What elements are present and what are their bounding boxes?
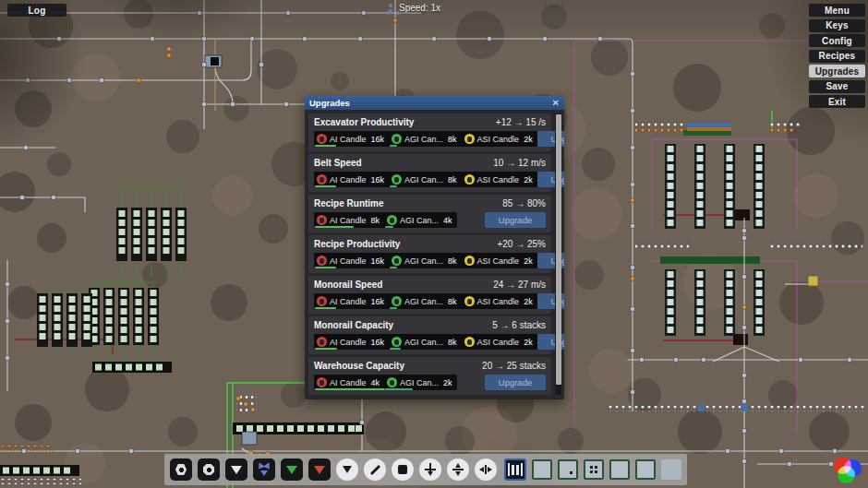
agi-candle-icon — [392, 296, 402, 306]
upgrade-button[interactable]: Upgrade — [485, 212, 546, 228]
ai-candle-icon — [317, 337, 327, 347]
cost-progress — [390, 145, 397, 147]
upgrade-row: Monorail Speed24 → 27 m/s AI Candle16k A… — [308, 276, 551, 314]
asi-candle-icon — [464, 256, 475, 266]
recipes-button[interactable]: Recipes — [809, 50, 865, 63]
green-triangle-icon[interactable] — [281, 458, 303, 481]
cost-item: AGI Can...4k — [384, 212, 457, 228]
agi-candle-icon — [387, 215, 397, 225]
cost-item: AGI Can...2k — [384, 375, 457, 390]
cost-bar: AI Candle16k AGI Can...8k ASI Candle2k — [314, 293, 537, 309]
octagon-node-icon[interactable] — [198, 458, 220, 481]
cost-item: ASI Candle2k — [462, 172, 537, 187]
upgrade-row: Monorail Capacity5 → 6 stacks AI Candle1… — [308, 316, 551, 354]
cost-item: AGI Can...8k — [389, 334, 462, 350]
cost-item: AI Candle4k — [314, 375, 384, 390]
keys-button[interactable]: Keys — [809, 19, 865, 32]
upgrade-button[interactable]: Upgrade — [485, 375, 546, 390]
upgrades-button[interactable]: Upgrades — [809, 65, 865, 77]
rgb-logo[interactable] — [832, 454, 865, 485]
cost-item: AGI Can...8k — [389, 131, 462, 147]
upgrade-name: Recipe Productivity — [314, 239, 400, 249]
blue-triangle-trio-icon[interactable] — [253, 458, 275, 481]
red-triangle-icon[interactable] — [308, 458, 331, 481]
cost-progress — [315, 185, 336, 187]
cost-item: AI Candle16k — [314, 131, 389, 147]
cost-progress — [315, 267, 336, 268]
cost-progress — [390, 348, 401, 350]
warehouse-tile3-icon[interactable] — [635, 459, 656, 480]
upgrade-row: Belt Speed10 → 12 m/s AI Candle16k AGI C… — [308, 154, 551, 192]
agi-candle-icon — [392, 174, 402, 184]
upgrade-value: 20 → 25 stacks — [482, 361, 546, 371]
splitter-updown-icon[interactable] — [447, 458, 469, 481]
cost-bar: AI Candle4k AGI Can...2k — [314, 375, 457, 390]
cost-item: AGI Can...8k — [389, 293, 462, 309]
close-icon[interactable]: ✕ — [552, 99, 560, 108]
cost-item: AI Candle8k — [314, 212, 384, 228]
cost-progress — [390, 307, 397, 309]
ai-candle-icon — [317, 256, 327, 266]
save-button[interactable]: Save — [809, 80, 865, 93]
cost-item: AGI Can...8k — [389, 172, 462, 187]
agi-candle-icon — [387, 377, 397, 387]
cost-progress — [390, 185, 397, 187]
cost-progress — [315, 307, 336, 309]
game-screen: Log Speed: 1x Menu Keys Config Recipes U… — [0, 0, 868, 488]
circle-triangle-icon[interactable] — [336, 458, 358, 481]
splitter-horizontal-icon[interactable] — [475, 458, 497, 481]
cost-bar: AI Candle16k AGI Can...8k ASI Candle2k — [314, 253, 537, 268]
cost-progress — [315, 348, 337, 350]
upgrade-name: Monorail Speed — [314, 280, 382, 290]
warehouse-tile-icon[interactable] — [532, 459, 552, 480]
upgrade-name: Recipe Runtime — [314, 198, 384, 208]
menu-column: Menu Keys Config Recipes Upgrades Save E… — [809, 4, 865, 108]
blank-tile-icon[interactable] — [661, 459, 681, 480]
menu-button[interactable]: Menu — [809, 4, 865, 17]
cost-bar: AI Candle16k AGI Can...8k ASI Candle2k — [314, 172, 537, 187]
cost-progress — [385, 226, 393, 228]
white-triangle-icon[interactable] — [225, 458, 247, 481]
cost-progress — [385, 388, 413, 390]
upgrade-value: +20 → 25% — [497, 239, 546, 249]
exit-button[interactable]: Exit — [809, 95, 865, 108]
cost-progress — [390, 267, 397, 268]
upgrade-name: Monorail Capacity — [314, 320, 393, 330]
dialog-titlebar[interactable]: Upgrades ✕ — [305, 96, 564, 110]
upgrade-row: Recipe Runtime85 → 80% AI Candle8k AGI C… — [308, 195, 551, 232]
scrollbar-thumb[interactable] — [556, 114, 561, 385]
cost-bar: AI Candle8k AGI Can...4k — [314, 212, 457, 228]
ai-candle-icon — [317, 296, 327, 306]
agi-candle-icon — [392, 337, 402, 347]
monorail-station-icon[interactable] — [504, 458, 526, 481]
dialog-body: Excavator Productivity+12 → 15 /s AI Can… — [305, 110, 564, 399]
upgrade-value: 24 → 27 m/s — [493, 280, 546, 290]
circle-square-icon[interactable] — [392, 458, 414, 481]
config-button[interactable]: Config — [809, 34, 865, 47]
splitter-down-icon[interactable] — [419, 458, 441, 481]
asi-candle-icon — [464, 174, 475, 184]
hexagon-node-icon[interactable] — [170, 458, 192, 481]
circle-slash-icon[interactable] — [364, 458, 386, 481]
cost-progress — [315, 388, 385, 390]
cost-progress — [315, 145, 336, 147]
upgrade-name: Excavator Productivity — [314, 117, 414, 127]
cost-item: AGI Can...8k — [389, 253, 462, 268]
log-button[interactable]: Log — [7, 4, 66, 17]
upgrade-name: Warehouse Capacity — [314, 361, 404, 371]
cost-item: ASI Candle2k — [462, 334, 537, 350]
ai-candle-icon — [317, 215, 327, 225]
warehouse-tile-grid-icon[interactable] — [584, 459, 604, 480]
cost-progress — [315, 226, 354, 228]
cost-item: ASI Candle2k — [462, 131, 537, 147]
upgrade-value: 5 → 6 stacks — [492, 320, 546, 330]
cost-item: ASI Candle2k — [462, 293, 537, 309]
warehouse-tile-dot-icon[interactable] — [558, 459, 578, 480]
cost-item: AI Candle16k — [314, 253, 389, 268]
dialog-scrollbar[interactable] — [555, 113, 561, 395]
warehouse-tile2-icon[interactable] — [609, 459, 630, 480]
upgrade-value: 10 → 12 m/s — [493, 158, 546, 168]
cost-bar: AI Candle16k AGI Can...8k ASI Candle2k — [314, 131, 537, 147]
upgrade-row: Excavator Productivity+12 → 15 /s AI Can… — [308, 113, 551, 151]
agi-candle-icon — [392, 256, 402, 266]
